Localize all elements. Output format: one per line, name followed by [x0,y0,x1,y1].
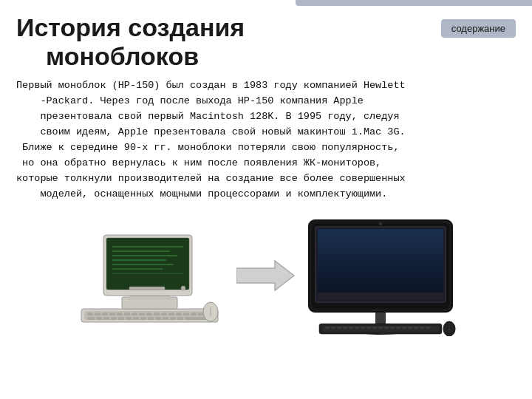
top-bar-decoration [296,0,532,6]
arrow-svg [236,259,296,292]
svg-rect-58 [318,293,443,300]
svg-rect-21 [111,317,117,320]
svg-rect-79 [426,327,430,329]
svg-rect-15 [183,313,189,316]
svg-rect-26 [148,317,154,320]
svg-rect-16 [191,313,197,316]
svg-rect-13 [168,313,174,316]
svg-rect-44 [129,287,165,290]
page-title-line1: История создания [16,13,245,42]
svg-marker-48 [236,261,294,290]
old-computer-image [70,213,233,338]
svg-rect-31 [185,317,207,320]
svg-rect-29 [170,317,176,320]
svg-rect-7 [124,313,130,316]
svg-rect-78 [420,327,424,329]
svg-rect-64 [337,327,341,329]
svg-rect-74 [396,327,400,329]
svg-rect-18 [87,317,95,320]
svg-rect-72 [384,327,389,329]
svg-rect-57 [318,229,443,300]
svg-rect-19 [96,317,102,320]
svg-rect-9 [139,313,145,316]
svg-rect-11 [154,313,160,316]
svg-rect-75 [402,327,406,329]
svg-rect-28 [163,317,168,320]
svg-rect-30 [177,317,183,320]
svg-rect-24 [133,317,139,320]
images-row [16,213,516,338]
arrow-area [233,259,299,292]
svg-rect-77 [414,327,418,329]
svg-rect-66 [349,327,353,329]
svg-rect-71 [378,327,383,329]
body-paragraph: Первый моноблок (HP-150) был создан в 19… [16,78,516,202]
new-computer-svg [303,214,458,336]
new-computer-image [299,213,462,338]
page-title-line2: моноблоков [16,42,245,71]
svg-rect-73 [390,327,395,329]
svg-rect-67 [355,327,359,329]
svg-point-45 [181,286,185,290]
svg-rect-14 [176,313,182,316]
svg-rect-27 [155,317,161,320]
svg-rect-68 [361,327,365,329]
svg-rect-69 [366,327,371,329]
svg-rect-2 [87,313,93,316]
svg-rect-10 [146,313,152,316]
svg-rect-63 [331,327,335,329]
contents-badge[interactable]: содержание [441,19,516,38]
svg-point-59 [379,222,382,225]
svg-rect-23 [126,317,132,320]
svg-rect-36 [109,241,186,284]
page: История создания моноблоков содержание П… [0,0,532,399]
svg-rect-5 [109,313,115,316]
svg-rect-65 [343,327,347,329]
svg-rect-22 [118,317,124,320]
svg-rect-4 [102,313,108,316]
title-block: История создания моноблоков [16,13,245,71]
old-computer-svg [74,214,229,336]
svg-rect-70 [372,327,377,329]
header-area: История создания моноблоков содержание [16,13,516,71]
svg-rect-25 [140,317,146,320]
svg-rect-8 [132,313,137,316]
svg-rect-6 [117,313,123,316]
svg-rect-20 [103,317,109,320]
svg-rect-76 [408,327,412,329]
svg-rect-3 [95,313,100,316]
svg-rect-62 [325,327,330,329]
svg-rect-12 [161,313,167,316]
